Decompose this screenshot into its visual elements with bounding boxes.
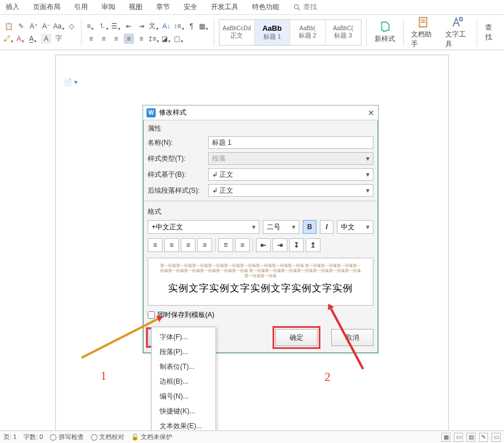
- view-read-icon[interactable]: ▭: [454, 433, 463, 442]
- numbering-icon[interactable]: ⒈: [99, 21, 109, 31]
- lh2-icon[interactable]: ≡: [235, 238, 250, 252]
- char-shading-icon[interactable]: A: [41, 34, 51, 44]
- new-style-icon: [379, 21, 391, 33]
- find-button[interactable]: 查找: [482, 22, 501, 43]
- tab-devtools[interactable]: 开发工具: [211, 2, 238, 12]
- view-draft-icon[interactable]: ▭: [491, 433, 501, 442]
- al-center-icon[interactable]: ≡: [164, 238, 179, 252]
- status-proof[interactable]: ◯ 文档校对: [91, 433, 124, 441]
- style-gallery[interactable]: AaBbCcDd正文 AaBb标题 1 AaBb(标题 2 AaBbC(标题 3: [219, 19, 361, 46]
- view-outline-icon[interactable]: ✎: [479, 433, 488, 442]
- borders-icon[interactable]: ▢: [174, 34, 184, 44]
- font-increase-icon[interactable]: A⁺: [29, 21, 39, 31]
- new-style-button[interactable]: 新样式: [371, 19, 399, 45]
- italic-button[interactable]: I: [320, 220, 334, 234]
- type-label: 样式类型(T):: [148, 154, 205, 164]
- based-on-label: 样式基于(B):: [148, 170, 205, 180]
- tab-insert[interactable]: 插入: [6, 2, 19, 12]
- dialog-titlebar[interactable]: W 修改样式 ✕: [143, 105, 378, 120]
- phonetic-icon[interactable]: 字: [54, 34, 64, 44]
- lang-combo[interactable]: 中文▾: [337, 220, 373, 234]
- dd-numbering[interactable]: 编号(N)...: [152, 389, 216, 404]
- svg-point-0: [294, 5, 298, 9]
- section-properties: 属性: [143, 120, 378, 135]
- change-case-icon[interactable]: Aa: [54, 21, 64, 31]
- doc-helper-icon: [417, 16, 429, 29]
- dd-border[interactable]: 边框(B)...: [152, 374, 216, 389]
- tab-review[interactable]: 审阅: [101, 2, 115, 12]
- show-marks-icon[interactable]: ¶: [186, 21, 197, 31]
- dd-paragraph[interactable]: 段落(P)...: [152, 344, 216, 359]
- preview-context: 前一段落前一段落前一段落前一段落前一段落前一段落前一段落前一段落前一段落 前一段…: [160, 263, 361, 278]
- al-right-icon[interactable]: ≡: [181, 238, 196, 252]
- based-on-field[interactable]: ↲ 正文▾: [208, 168, 373, 181]
- align-distribute-icon[interactable]: ≡: [136, 34, 147, 44]
- tab-special[interactable]: 特色功能: [252, 2, 279, 12]
- lh1-icon[interactable]: =: [218, 238, 233, 252]
- name-field[interactable]: 标题 1: [208, 136, 373, 149]
- search-label: 查找: [303, 2, 317, 12]
- tab-security[interactable]: 安全: [184, 2, 197, 12]
- search-box[interactable]: 查找: [293, 2, 317, 12]
- style-h2[interactable]: AaBb(标题 2: [290, 20, 326, 45]
- al-just-icon[interactable]: ≡: [197, 238, 212, 252]
- text-direction-icon[interactable]: 文: [149, 21, 159, 31]
- multilevel-icon[interactable]: ☰: [111, 21, 121, 31]
- tab-chapter[interactable]: 章节: [156, 2, 170, 12]
- app-logo-icon: W: [147, 108, 156, 117]
- increase-indent-icon[interactable]: ⇥: [136, 21, 147, 31]
- view-web-icon[interactable]: ▤: [466, 433, 475, 442]
- align-center-icon[interactable]: ≡: [99, 34, 109, 44]
- follow-field[interactable]: ↲ 正文▾: [208, 184, 373, 197]
- doc-helper-button[interactable]: 文档助手: [408, 15, 438, 50]
- decrease-indent-icon[interactable]: ⇤: [124, 21, 134, 31]
- align-left-icon[interactable]: ≡: [86, 34, 96, 44]
- al-left-icon[interactable]: ≡: [148, 238, 162, 252]
- font-decrease-icon[interactable]: A⁻: [41, 21, 51, 31]
- dd-tabs[interactable]: 制表位(T)...: [152, 359, 216, 374]
- tab-references[interactable]: 引用: [74, 2, 88, 12]
- follow-label: 后续段落样式(S):: [148, 186, 205, 196]
- font-name-combo[interactable]: +中文正文▾: [148, 220, 259, 234]
- table-icon[interactable]: ▦: [199, 21, 209, 31]
- ribbon-toolbar: 📋 ✎ A⁺ A⁻ Aa ◇ 🖍 A A̲ A 字 ≡ ⒈ ☰ ⇤ ⇥ 文 A↓…: [0, 15, 504, 50]
- paste-icon[interactable]: 📋: [3, 21, 14, 31]
- pspace-inc-icon[interactable]: ↥: [306, 238, 320, 252]
- highlight-icon[interactable]: 🖍: [3, 34, 14, 44]
- status-page[interactable]: 页: 1: [3, 433, 17, 441]
- style-normal[interactable]: AaBbCcDd正文: [220, 20, 255, 45]
- line-spacing-icon[interactable]: ↕≡: [174, 21, 184, 31]
- ind-inc-icon[interactable]: ⇥: [273, 238, 287, 252]
- view-print-icon[interactable]: ▦: [441, 433, 450, 442]
- modify-style-dialog: W 修改样式 ✕ 属性 名称(N): 标题 1 样式类型(T): 段落▾ 样式基…: [143, 105, 379, 353]
- font-color-icon[interactable]: A: [16, 34, 26, 44]
- sort-icon[interactable]: A↓: [161, 21, 172, 31]
- font-size-combo[interactable]: 二号▾: [263, 220, 299, 234]
- annotation-num-1: 1: [100, 368, 107, 383]
- status-words[interactable]: 字数: 0: [23, 433, 43, 441]
- bullets-icon[interactable]: ≡: [86, 21, 96, 31]
- text-tool-button[interactable]: 文字工具: [442, 15, 472, 50]
- pspace-dec-icon[interactable]: ↧: [289, 238, 304, 252]
- line-sp2-icon[interactable]: ‡≡: [149, 34, 159, 44]
- status-protect[interactable]: 🔓 文档未保护: [131, 433, 172, 441]
- bold-button[interactable]: B: [303, 220, 316, 234]
- dd-font[interactable]: 字体(F)...: [152, 330, 216, 344]
- char-border-icon[interactable]: A̲: [29, 34, 39, 44]
- align-right-icon[interactable]: ≡: [111, 34, 121, 44]
- ind-dec-icon[interactable]: ⇤: [256, 238, 271, 252]
- ok-button[interactable]: 确定: [275, 329, 318, 346]
- tab-view[interactable]: 视图: [129, 2, 143, 12]
- type-field: 段落▾: [208, 152, 373, 165]
- style-h1[interactable]: AaBb标题 1: [255, 20, 290, 45]
- format-painter-icon[interactable]: ✎: [16, 21, 26, 31]
- status-spell[interactable]: ◯ 拼写检查: [50, 433, 83, 441]
- shading-icon[interactable]: ◪: [161, 34, 172, 44]
- clear-format-icon[interactable]: ◇: [66, 21, 76, 31]
- close-icon[interactable]: ✕: [368, 108, 375, 117]
- dialog-title: 修改样式: [159, 108, 186, 117]
- dd-shortcut[interactable]: 快捷键(K)...: [152, 404, 216, 418]
- tab-layout[interactable]: 页面布局: [33, 2, 60, 12]
- align-justify-icon[interactable]: ≡: [124, 34, 134, 44]
- style-h3[interactable]: AaBbC(标题 3: [326, 20, 361, 45]
